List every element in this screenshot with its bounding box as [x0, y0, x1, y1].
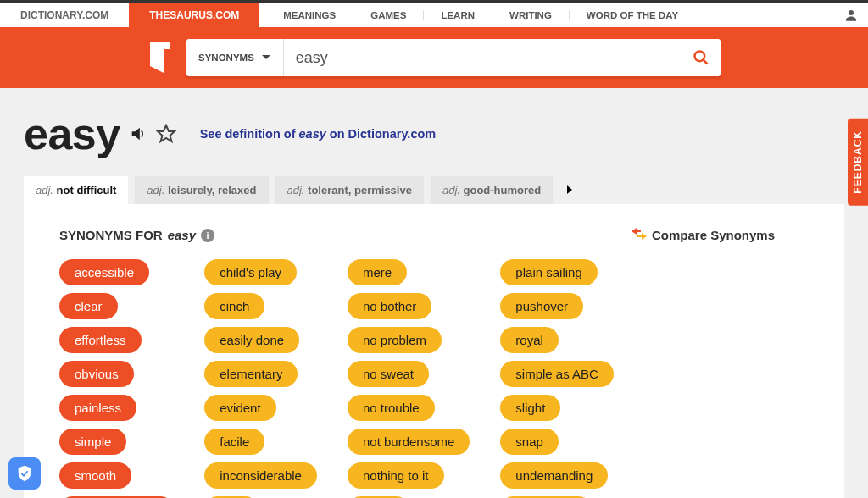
content-card: SYNONYMS FOR easy i Compare Synonyms acc…	[24, 204, 844, 498]
thesaurus-logo-icon	[147, 41, 174, 75]
nav-games[interactable]: GAMES	[353, 10, 423, 20]
feedback-tab[interactable]: FEEDBACK	[848, 119, 868, 206]
search-button[interactable]	[682, 49, 721, 66]
synonym-grid: accessiblecleareffortlessobviouspainless…	[59, 259, 809, 498]
synonym-pill[interactable]: pushover	[500, 293, 583, 319]
svg-point-1	[695, 52, 705, 62]
site-tab-dictionary[interactable]: DICTIONARY.COM	[0, 3, 129, 27]
more-senses-button[interactable]	[566, 183, 573, 198]
synonym-pill[interactable]: undemanding	[500, 462, 608, 489]
sense-tabs: adj. not difficult adj. leisurely, relax…	[24, 176, 844, 204]
security-badge[interactable]	[8, 457, 41, 490]
synonym-pill[interactable]: elementary	[204, 361, 298, 387]
site-tab-thesaurus[interactable]: THESAURUS.COM	[129, 3, 259, 27]
synonym-pill[interactable]: mere	[348, 259, 407, 285]
synonym-column: plain sailingpushoverroyalsimple as ABCs…	[500, 259, 614, 498]
synonym-pill[interactable]: no trouble	[348, 395, 435, 421]
synonym-pill[interactable]: royal	[500, 327, 559, 353]
sense-tab-2[interactable]: adj. leisurely, relaxed	[135, 176, 268, 204]
synonym-pill[interactable]: child's play	[204, 259, 297, 285]
nav-writing[interactable]: WRITING	[492, 10, 569, 20]
synonym-column: child's playcincheasily doneelementaryev…	[204, 259, 317, 498]
shield-check-icon	[15, 464, 34, 483]
sense-tab-3[interactable]: adj. tolerant, permissive	[275, 176, 424, 204]
compare-synonyms-button[interactable]: Compare Synonyms	[632, 228, 775, 242]
audio-icon[interactable]	[129, 125, 147, 143]
person-icon	[843, 8, 859, 23]
synonym-pill[interactable]: facile	[204, 429, 264, 455]
synonym-pill[interactable]: simple as ABC	[500, 361, 614, 387]
synonym-pill[interactable]: easily done	[204, 327, 299, 353]
synonym-pill[interactable]: snap	[500, 429, 559, 455]
synonyms-for-heading: SYNONYMS FOR easy i	[59, 228, 214, 242]
nav-wotd[interactable]: WORD OF THE DAY	[569, 10, 695, 20]
synonym-pill[interactable]: inconsiderable	[204, 462, 317, 489]
chevron-right-icon	[566, 185, 573, 195]
svg-line-2	[704, 60, 708, 64]
synonym-pill[interactable]: accessible	[59, 259, 149, 285]
synonym-pill[interactable]: slight	[500, 395, 560, 421]
synonym-column: accessiblecleareffortlessobviouspainless…	[59, 259, 174, 498]
swap-arrows-icon	[632, 228, 647, 242]
synonym-pill[interactable]: nothing to it	[348, 462, 444, 489]
synonym-pill[interactable]: not burdensome	[348, 429, 470, 455]
search-input[interactable]	[284, 49, 682, 67]
synonym-pill[interactable]: no sweat	[348, 361, 429, 387]
synonym-pill[interactable]: smooth	[59, 462, 131, 489]
synonym-pill[interactable]: evident	[204, 395, 275, 421]
top-nav: DICTIONARY.COM THESAURUS.COM MEANINGS GA…	[0, 0, 868, 27]
svg-marker-3	[158, 125, 175, 141]
synonym-pill[interactable]: no bother	[348, 293, 431, 319]
search-box: SYNONYMS	[186, 39, 721, 76]
search-icon	[693, 49, 709, 66]
subnav: MEANINGS GAMES LEARN WRITING WORD OF THE…	[259, 3, 834, 27]
main-content: easy See definition of easy on Dictionar…	[0, 88, 868, 498]
sense-tab-4[interactable]: adj. good-humored	[431, 176, 553, 204]
synonym-pill[interactable]: clear	[59, 293, 118, 319]
synonym-pill[interactable]: cinch	[204, 293, 264, 319]
headword-row: easy See definition of easy on Dictionar…	[24, 108, 844, 159]
account-button[interactable]	[834, 3, 868, 27]
synonym-pill[interactable]: plain sailing	[500, 259, 597, 285]
sense-tab-1[interactable]: adj. not difficult	[24, 176, 128, 204]
synonym-pill[interactable]: painless	[59, 395, 136, 421]
nav-meanings[interactable]: MEANINGS	[259, 10, 353, 20]
synonym-pill[interactable]: no problem	[348, 327, 442, 353]
headword: easy	[24, 108, 120, 159]
search-filter-dropdown[interactable]: SYNONYMS	[186, 39, 284, 76]
svg-point-0	[849, 10, 854, 15]
synonym-pill[interactable]: obvious	[59, 361, 134, 387]
search-filter-label: SYNONYMS	[198, 53, 254, 63]
synonym-pill[interactable]: simple	[59, 429, 126, 455]
synonym-column: mereno botherno problemno sweatno troubl…	[348, 259, 470, 498]
nav-learn[interactable]: LEARN	[423, 10, 492, 20]
site-logo[interactable]	[144, 27, 176, 88]
search-band: SYNONYMS	[0, 27, 868, 88]
card-header: SYNONYMS FOR easy i Compare Synonyms	[59, 228, 809, 242]
synonym-pill[interactable]: effortless	[59, 327, 142, 353]
definition-link[interactable]: See definition of easy on Dictionary.com	[200, 127, 437, 141]
chevron-down-icon	[261, 53, 271, 63]
star-outline-icon[interactable]	[156, 124, 176, 144]
info-icon[interactable]: i	[201, 229, 214, 242]
